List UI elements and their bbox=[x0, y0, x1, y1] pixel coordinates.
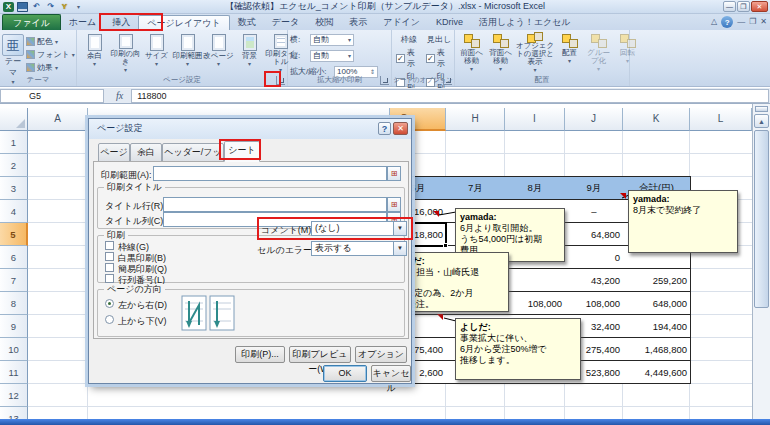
cell-errors-dropdown[interactable]: 表示する▼ bbox=[311, 241, 407, 256]
order-over-then-down-radio[interactable] bbox=[105, 315, 114, 324]
maximize-button[interactable]: ❐ bbox=[737, 1, 750, 12]
print-area-field[interactable] bbox=[153, 166, 387, 181]
scroll-split-handle[interactable] bbox=[755, 106, 768, 112]
見出し-show-checkbox[interactable]: ✓ bbox=[426, 54, 435, 63]
arrange-button-1[interactable]: 背面へ移動▾ bbox=[486, 32, 515, 74]
vertical-scrollbar[interactable]: ▲ bbox=[752, 104, 770, 419]
tab-file[interactable]: ファイル bbox=[2, 14, 61, 30]
help-icon[interactable]: ? bbox=[721, 16, 733, 28]
theme-item-0[interactable]: 配色▾ bbox=[26, 35, 75, 48]
row-header-7[interactable]: 7 bbox=[0, 269, 28, 292]
print-preview-button[interactable]: 印刷プレビュー(W) bbox=[289, 346, 351, 363]
gridlines-checkbox[interactable] bbox=[105, 241, 114, 250]
scale-input-0[interactable]: 自動▾ bbox=[310, 34, 354, 46]
arrange-button-3[interactable]: 配置▾ bbox=[555, 32, 584, 74]
scroll-up-icon[interactable]: ▲ bbox=[754, 114, 769, 128]
options-button[interactable]: オプション(O)... bbox=[355, 346, 407, 363]
redo-icon[interactable]: ↷ bbox=[45, 2, 56, 12]
column-header-K[interactable]: K bbox=[623, 108, 690, 131]
kdrive-icon[interactable]: Y bbox=[59, 2, 70, 12]
fill-handle[interactable] bbox=[443, 243, 448, 248]
ok-button[interactable]: OK bbox=[323, 365, 367, 382]
title-rows-field[interactable] bbox=[163, 197, 387, 212]
column-header-I[interactable]: I bbox=[505, 108, 565, 131]
name-box[interactable]: G5 bbox=[0, 89, 104, 103]
cell-H3[interactable]: 7月 bbox=[446, 176, 506, 200]
cell-K9[interactable]: 194,400 bbox=[623, 315, 691, 338]
cell-K11[interactable]: 4,449,600 bbox=[623, 361, 691, 384]
page-setup-button-2[interactable]: サイズ▾ bbox=[141, 32, 172, 74]
cell-K10[interactable]: 1,468,800 bbox=[623, 338, 691, 361]
draft-quality-checkbox[interactable] bbox=[105, 263, 114, 272]
cell-J5[interactable]: 64,800 bbox=[565, 223, 624, 246]
cancel-button[interactable]: キャンセル bbox=[371, 365, 411, 382]
print-area-range-picker-icon[interactable]: ⊞ bbox=[387, 166, 401, 181]
title-rows-range-picker-icon[interactable]: ⊞ bbox=[387, 197, 401, 212]
tab-6[interactable]: 表示 bbox=[341, 15, 375, 30]
column-header-J[interactable]: J bbox=[565, 108, 623, 131]
themes-button[interactable]: 亜 テーマ ▾ bbox=[2, 32, 24, 74]
dialog-help-button[interactable]: ? bbox=[378, 122, 391, 135]
undo-icon[interactable]: ↶ bbox=[31, 2, 42, 12]
workbook-restore-icon[interactable]: ❐ bbox=[749, 15, 756, 28]
theme-item-1[interactable]: フォント▾ bbox=[26, 48, 75, 61]
insert-function-icon[interactable]: fx bbox=[104, 90, 131, 101]
cell-K8[interactable]: 648,000 bbox=[623, 292, 691, 315]
scale-input-1[interactable]: 自動▾ bbox=[310, 50, 354, 62]
cell-J7[interactable]: 43,200 bbox=[565, 269, 624, 292]
dialog-tab-page[interactable]: ページ bbox=[98, 143, 130, 162]
row-header-12[interactable]: 12 bbox=[0, 384, 28, 407]
page-setup-button-0[interactable]: 余白▾ bbox=[79, 32, 110, 74]
row-header-10[interactable]: 10 bbox=[0, 338, 28, 361]
page-setup-button-3[interactable]: 印刷範囲▾ bbox=[172, 32, 203, 74]
row-header-3[interactable]: 3 bbox=[0, 177, 28, 200]
cell-I3[interactable]: 8月 bbox=[505, 176, 566, 200]
print-button[interactable]: 印刷(P)... bbox=[235, 346, 285, 363]
sheet-options-dialog-launcher-icon[interactable] bbox=[443, 76, 452, 85]
row-header-8[interactable]: 8 bbox=[0, 292, 28, 315]
tab-5[interactable]: 校閲 bbox=[307, 15, 341, 30]
page-setup-button-1[interactable]: 印刷の向き▾ bbox=[110, 32, 141, 74]
cell-J6[interactable]: 0 bbox=[565, 246, 624, 269]
cell-K7[interactable]: 259,200 bbox=[623, 269, 691, 292]
tab-7[interactable]: アドイン bbox=[375, 15, 428, 30]
column-header-H[interactable]: H bbox=[446, 108, 505, 131]
order-down-then-over-radio[interactable] bbox=[105, 299, 114, 308]
cell-I7[interactable] bbox=[505, 269, 566, 292]
row-header-5[interactable]: 5 bbox=[0, 223, 28, 246]
cell-J3[interactable]: 9月 bbox=[565, 176, 624, 200]
row-header-1[interactable]: 1 bbox=[0, 131, 28, 154]
workbook-close-icon[interactable]: ✕ bbox=[760, 15, 767, 28]
cell-I8[interactable]: 108,000 bbox=[505, 292, 566, 315]
save-icon[interactable] bbox=[17, 2, 28, 12]
qat-dropdown-icon[interactable]: ▾ bbox=[73, 2, 84, 12]
column-header-A[interactable]: A bbox=[28, 108, 88, 131]
dialog-close-button[interactable]: ✕ bbox=[393, 122, 408, 135]
tab-4[interactable]: データ bbox=[264, 15, 307, 30]
tab-9[interactable]: 活用しよう！エクセル bbox=[471, 15, 578, 30]
minimize-ribbon-icon[interactable]: △ bbox=[711, 15, 717, 28]
page-setup-button-5[interactable]: 背景▾ bbox=[234, 32, 265, 74]
dialog-tab-margins[interactable]: 余白 bbox=[130, 143, 162, 162]
formula-input[interactable]: 118800 bbox=[131, 89, 769, 103]
scrollbar-thumb[interactable] bbox=[754, 130, 769, 308]
arrange-button-0[interactable]: 前面へ移動▾ bbox=[457, 32, 486, 74]
minimize-button[interactable]: — bbox=[723, 1, 736, 12]
row-header-9[interactable]: 9 bbox=[0, 315, 28, 338]
枠線-show-checkbox[interactable]: ✓ bbox=[396, 54, 405, 63]
tab-3[interactable]: 数式 bbox=[230, 15, 264, 30]
close-button[interactable]: ✕ bbox=[751, 1, 768, 12]
theme-item-2[interactable]: 効果▾ bbox=[26, 61, 75, 74]
black-white-checkbox[interactable] bbox=[105, 252, 114, 261]
row-header-4[interactable]: 4 bbox=[0, 200, 28, 223]
tab-8[interactable]: KDrive bbox=[428, 15, 471, 30]
column-header-L[interactable]: L bbox=[690, 108, 752, 131]
cell-J8[interactable]: 108,000 bbox=[565, 292, 624, 315]
arrange-button-2[interactable]: オブジェクトの選択と表示▾ bbox=[515, 32, 555, 74]
row-header-11[interactable]: 11 bbox=[0, 361, 28, 384]
tab-0[interactable]: ホーム bbox=[61, 15, 104, 30]
row-header-6[interactable]: 6 bbox=[0, 246, 28, 269]
dialog-tab-header-footer[interactable]: ヘッダー/フッター bbox=[162, 143, 224, 162]
row-col-headings-checkbox[interactable] bbox=[105, 274, 114, 283]
workbook-minimize-icon[interactable]: — bbox=[737, 15, 745, 28]
